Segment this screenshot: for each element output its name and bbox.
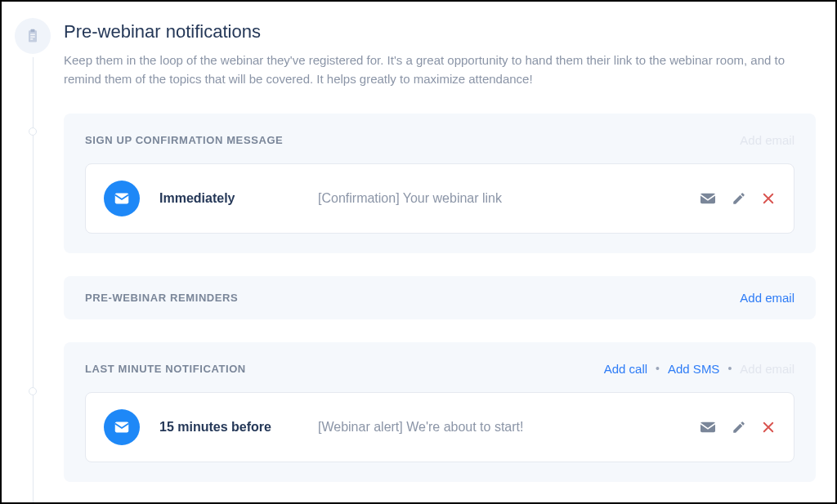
page-description: Keep them in the loop of the webinar the… [64,51,809,89]
svg-rect-6 [700,193,715,203]
add-email-link[interactable]: Add email [740,362,794,376]
svg-rect-1 [31,29,35,32]
section-confirmation: SIGN UP CONFIRMATION MESSAGE Add email I… [64,114,816,253]
delete-button[interactable] [761,420,776,435]
notification-card: 15 minutes before [Webinar alert] We're … [85,392,794,462]
card-timing: Immediately [159,191,298,206]
svg-rect-3 [30,36,35,37]
notification-card: Immediately [Confirmation] Your webinar … [85,163,794,234]
page-title: Pre-webinar notifications [64,21,809,42]
timeline-node [29,387,37,395]
section-title-last-minute: LAST MINUTE NOTIFICATION [85,363,246,375]
edit-button[interactable] [732,191,746,206]
section-reminders: PRE-WEBINAR REMINDERS Add email [64,276,816,319]
clipboard-icon [15,18,51,54]
svg-rect-0 [29,30,37,42]
preview-mail-button[interactable] [699,191,717,206]
mail-icon [104,181,140,216]
separator-dot: • [727,362,732,375]
svg-rect-8 [700,421,715,432]
svg-rect-2 [30,34,35,35]
edit-button[interactable] [732,420,746,435]
timeline-node [29,127,37,136]
section-last-minute: LAST MINUTE NOTIFICATION Add call • Add … [64,342,816,482]
card-subject: [Confirmation] Your webinar link [318,191,679,206]
section-title-reminders: PRE-WEBINAR REMINDERS [85,292,238,304]
card-timing: 15 minutes before [159,420,298,435]
add-email-link[interactable]: Add email [740,291,794,305]
delete-button[interactable] [761,191,776,206]
separator-dot: • [656,362,660,375]
add-call-link[interactable]: Add call [604,362,647,376]
add-sms-link[interactable]: Add SMS [668,362,719,376]
mail-icon [104,409,140,445]
add-email-link[interactable]: Add email [740,133,794,147]
svg-rect-4 [30,38,33,39]
card-subject: [Webinar alert] We're about to start! [318,420,679,435]
preview-mail-button[interactable] [699,420,717,435]
section-title-confirmation: SIGN UP CONFIRMATION MESSAGE [85,134,283,146]
